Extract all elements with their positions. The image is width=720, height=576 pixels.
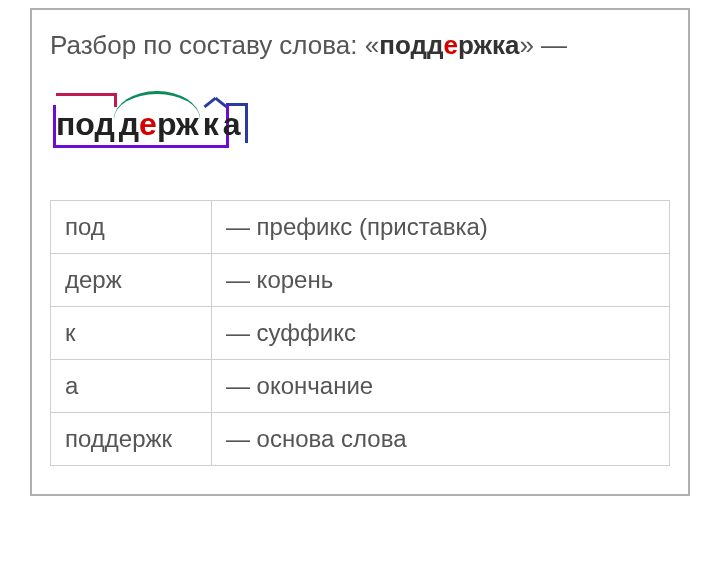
desc-cell: — суффикс [211,307,669,360]
morpheme-suffix: к [203,107,219,142]
title-prefix: Разбор по составу слова: « [50,30,379,60]
title-word-part2: ржка [458,30,519,60]
part-cell: под [51,201,212,254]
table-row: под — префикс (приставка) [51,201,670,254]
morpheme-root-p2: рж [157,107,199,142]
part-cell: к [51,307,212,360]
morpheme-ending: а [223,107,241,142]
part-cell: а [51,360,212,413]
morpheme-prefix: под [56,107,115,142]
part-cell: держ [51,254,212,307]
desc-cell: — префикс (приставка) [211,201,669,254]
table-row: держ — корень [51,254,670,307]
title-word-stressed-e: е [443,30,457,60]
card-container: Разбор по составу слова: «поддержка» — п… [30,8,690,496]
morpheme-root-e: е [139,107,157,142]
morpheme-table: под — префикс (приставка) держ — корень … [50,200,670,466]
prefix-marker-end-icon [114,93,117,107]
desc-cell: — корень [211,254,669,307]
morpheme-diagram: поддержка [56,93,241,142]
morpheme-root-p1: д [119,107,139,142]
table-row: а — окончание [51,360,670,413]
table-row: к — суффикс [51,307,670,360]
table-row: поддержк — основа слова [51,413,670,466]
title-line: Разбор по составу слова: «поддержка» — [50,28,670,63]
desc-cell: — основа слова [211,413,669,466]
prefix-marker-icon [56,93,114,107]
part-cell: поддержк [51,413,212,466]
title-word-part1: подд [379,30,443,60]
title-suffix: » — [519,30,567,60]
desc-cell: — окончание [211,360,669,413]
